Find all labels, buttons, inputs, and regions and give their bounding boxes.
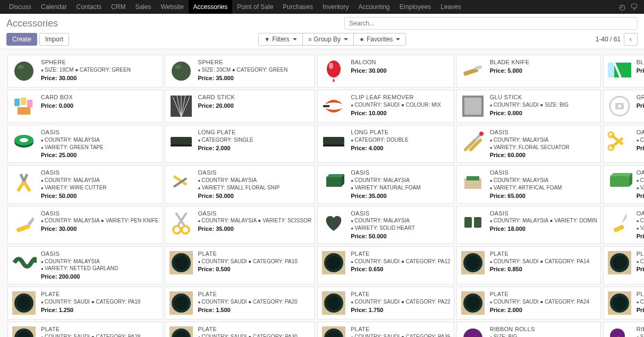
nav-item-purchases[interactable]: Purchases (278, 0, 318, 14)
product-card[interactable]: LONG PLATECATEGORY: SINGLEPrice: 2.000 (165, 125, 316, 163)
product-price: Price: 10.000 (637, 102, 644, 110)
product-card[interactable]: PLATECOUNTRY: SAUDI ● CATEGORY: PA22Pric… (317, 287, 454, 319)
search-input[interactable] (344, 17, 638, 30)
product-card[interactable]: OASISCOUNTRY: MALAYSIAVARIETY: FLORAL KN… (603, 206, 644, 244)
product-card[interactable]: PLATECOUNTRY: SAUDI ● CATEGORY: PA28Pric… (7, 322, 163, 337)
product-card[interactable]: PLATECOUNTRY: SAUDI ● CATEGORY: PA18Pric… (7, 287, 163, 319)
product-thumb (168, 128, 194, 154)
product-info: OASISCOUNTRY: MALAYSIA ● VARIETY: ...Pri… (637, 128, 644, 159)
product-price: Price: 2.000 (490, 306, 597, 314)
product-card[interactable]: OASISCOUNTRY: MALAYSIAVARIETY: SOLID HEA… (317, 206, 454, 244)
product-attr: COUNTRY: SAUDI ● CATEGORY: ... (637, 298, 644, 306)
product-attr: COUNTRY: SAUDI ● CATEGORY: PA24 (490, 298, 597, 306)
product-card[interactable]: OASISCOUNTRY: MALAYSIA ● VARIETY: ...Pri… (603, 125, 644, 163)
product-card[interactable]: RIBBON ROLLSSIZE: SMALLPrice: 0.000 (603, 322, 644, 337)
product-title: PLATE (198, 290, 312, 298)
nav-item-leaves[interactable]: Leaves (436, 0, 466, 14)
product-card[interactable]: PLATECOUNTRY: SAUDI ● CATEGORY: PA24Pric… (456, 287, 601, 319)
activity-icon[interactable]: ◴ (616, 3, 628, 11)
product-card[interactable]: BLADE KNIFEPrice: 5.000 (456, 55, 601, 88)
product-info: SPHERESIZE: 20CM ● CATEGORY: GREENPrice:… (198, 58, 312, 84)
product-attr: COUNTRY: SAUDI ● CATEGORY: PA28 (41, 333, 159, 337)
product-attr: COUNTRY: MALAYSIA ● VARIETY: PEN KNIFE (41, 217, 159, 224)
product-card[interactable]: PLATECOUNTRY: SAUDI ● CATEGORY: PA20Pric… (165, 287, 316, 319)
product-thumb (607, 290, 632, 316)
product-price: Price: 5.000 (490, 67, 597, 75)
product-card[interactable]: CARD BOXPrice: 0.000 (7, 90, 163, 123)
product-card[interactable]: LONG PLATECATEGORY: DOUBLEPrice: 4.000 (317, 125, 454, 163)
product-card[interactable]: PLATECOUNTRY: SAUDI ● CATEGORY: ...Price… (603, 287, 644, 319)
product-attr: VARIETY: SOLID HEART (351, 224, 450, 232)
product-card[interactable]: PLATECOUNTRY: SAUDI ● CATEGORY: ...Price… (603, 246, 644, 284)
product-attr: COUNTRY: MALAYSIA (41, 177, 159, 184)
control-panel: Accessories Create Import ▼Filters ≡Grou… (0, 14, 644, 49)
product-title: SPHERE (41, 58, 159, 66)
filters-button[interactable]: ▼Filters (258, 33, 303, 46)
product-card[interactable]: PLATECOUNTRY: SAUDI ● CATEGORY: PA12Pric… (317, 246, 454, 284)
product-card[interactable]: PLATECOUNTRY: SAUDI ● CATEGORY: PA30Pric… (165, 322, 316, 337)
nav-item-discuss[interactable]: Discuss (4, 0, 36, 14)
product-card[interactable]: PLATECOUNTRY: SAUDI ● CATEGORY: PA14Pric… (456, 246, 601, 284)
create-button[interactable]: Create (6, 33, 37, 46)
product-price: Price: 25.000 (637, 144, 644, 152)
product-card[interactable]: OASISCOUNTRY: MALAYSIAVARIETY: WIRE CUTT… (7, 165, 163, 203)
nav-item-contacts[interactable]: Contacts (72, 0, 106, 14)
product-card[interactable]: SPHERESIZE: 20CM ● CATEGORY: GREENPrice:… (165, 55, 316, 88)
nav-item-accounting[interactable]: Accounting (353, 0, 394, 14)
nav-item-accessories[interactable]: Accessories (189, 0, 233, 14)
product-card[interactable]: OASISCOUNTRY: MALAYSIAVARIETY: SINGLE FO… (603, 165, 644, 203)
favorites-button[interactable]: ★Favorites (353, 33, 406, 46)
product-card[interactable]: OASISCOUNTRY: MALAYSIAVARIETY: ARTIFICAL… (456, 165, 601, 203)
pager-prev-button[interactable]: ‹ (624, 33, 638, 46)
product-card[interactable]: OASISCOUNTRY: MALAYSIAVARIETY: GREEN TAP… (7, 125, 163, 163)
product-card[interactable]: GLU STICKCOUNTRY: SAUDI ● SIZE: BIGPrice… (456, 90, 601, 123)
product-card[interactable]: OASISCOUNTRY: MALAYSIAVARIETY: NETTED GA… (7, 246, 163, 284)
product-info: OASISCOUNTRY: MALAYSIAVARIETY: FLORAL SE… (490, 128, 597, 159)
product-card[interactable]: SPHERESIZE: 18CM ● CATEGORY: GREENPrice:… (7, 55, 163, 88)
product-title: OASIS (41, 210, 159, 218)
product-card[interactable]: BALOONPrice: 30.000 (317, 55, 454, 88)
product-card[interactable]: OASISCOUNTRY: MALAYSIAVARIETY: FLORAL SE… (456, 125, 601, 163)
product-card[interactable]: PLATECOUNTRY: SAUDI ● CATEGORY: PA10Pric… (165, 246, 316, 284)
product-attr: VARIETY: FLORAL KNIFE (637, 224, 644, 232)
product-thumb (607, 325, 632, 337)
nav-item-website[interactable]: Website (156, 0, 188, 14)
product-thumb (460, 325, 486, 337)
product-title: OASIS (351, 169, 450, 177)
product-card[interactable]: PLATECOUNTRY: SAUDI ● CATEGORY: PA35Pric… (317, 322, 454, 337)
product-info: PLATECOUNTRY: SAUDI ● CATEGORY: ...Price… (637, 290, 644, 316)
product-card[interactable]: CARD STICKPrice: 20.000 (165, 90, 316, 123)
messages-icon[interactable]: 🗨 (628, 3, 640, 11)
product-thumb (321, 169, 346, 194)
groupby-button[interactable]: ≡Group By (302, 33, 354, 46)
product-card[interactable]: OASISCOUNTRY: MALAYSIA ● VARIETY: SCISSO… (165, 206, 316, 244)
product-attr: CATEGORY: DOUBLE (351, 136, 450, 144)
product-price: Price: 2.000 (198, 144, 312, 152)
nav-item-point-of-sale[interactable]: Point of Sale (232, 0, 278, 14)
nav-item-inventory[interactable]: Inventory (318, 0, 353, 14)
product-info: OASISCOUNTRY: MALAYSIAVARIETY: FLORAL KN… (637, 210, 644, 240)
product-price: Price: 0.500 (198, 265, 312, 273)
product-card[interactable]: CLIP LEAF REMOVERCOUNTRY: SAUDI ● COLOUR… (317, 90, 454, 123)
import-button[interactable]: Import (39, 33, 69, 46)
pager-info[interactable]: 1-40 / 61 (596, 36, 621, 43)
nav-item-sales[interactable]: Sales (130, 0, 156, 14)
product-card[interactable]: OASISCOUNTRY: MALAYSIA ● VARIETY: DOMINP… (456, 206, 601, 244)
product-card[interactable]: OASISCOUNTRY: MALAYSIAVARIETY: NATURAL F… (317, 165, 454, 203)
product-price: Price: 2.500 (637, 306, 644, 314)
product-title: PLATE (351, 250, 450, 258)
product-attr: VARIETY: FLORAL SECUATOR (490, 144, 597, 151)
product-card[interactable]: RIBBON ROLLSSIZE: BIGPrice: 0.000 (456, 322, 601, 337)
product-thumb (607, 169, 632, 194)
product-title: OASIS (490, 210, 597, 218)
product-card[interactable]: GRAND LADYPrice: 10.000 (603, 90, 644, 123)
product-attr: VARIETY: NETTED GARLAND (41, 265, 159, 272)
nav-item-employees[interactable]: Employees (395, 0, 436, 14)
product-card[interactable]: OASISCOUNTRY: MALAYSIA ● VARIETY: PEN KN… (7, 206, 163, 244)
product-card[interactable]: BLADE STRIPSPrice: 40.000 (603, 55, 644, 88)
product-attr: COUNTRY: MALAYSIA (41, 258, 159, 265)
nav-item-calendar[interactable]: Calendar (36, 0, 72, 14)
product-attr: COUNTRY: MALAYSIA (41, 136, 159, 144)
nav-item-crm[interactable]: CRM (106, 0, 130, 14)
product-card[interactable]: OASISCOUNTRY: MALAYSIAVARIETY: SMALL FLO… (165, 165, 316, 203)
